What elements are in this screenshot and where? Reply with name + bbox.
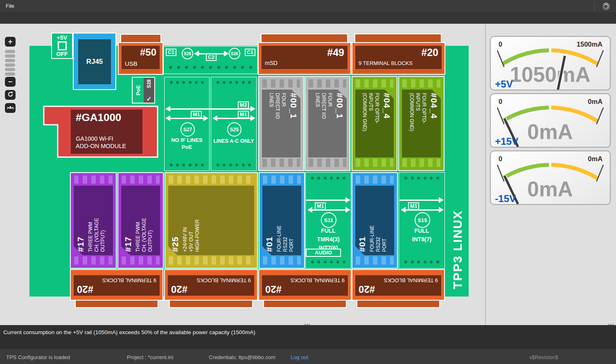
slot-note-line1: LINES A-C ONLY bbox=[211, 138, 256, 144]
slot-s25[interactable]: S25 LINES A-C ONLY bbox=[211, 77, 257, 171]
pin-holes bbox=[217, 81, 251, 84]
power-switch-5v[interactable]: +5V OFF bbox=[51, 33, 73, 59]
zoom-level-step-4[interactable] bbox=[5, 63, 15, 67]
terminal-bottom-tab bbox=[357, 300, 440, 308]
connector-teeth bbox=[402, 79, 440, 88]
module-terminal-blocks-bottom-2[interactable]: #20 9 TERMINAL BLOCKS bbox=[164, 269, 258, 301]
meter-rail-label: +15V bbox=[495, 136, 518, 147]
pin-holes bbox=[311, 260, 345, 263]
slot-s11[interactable]: S11 FULL TMR4(3) INT7(6) AUDIO bbox=[305, 172, 351, 269]
module-usb-50[interactable]: #50 USB bbox=[118, 42, 163, 75]
zoom-level-step-2[interactable] bbox=[5, 54, 15, 58]
module-terminal-chip: #20 9 TERMINAL BLOCKS bbox=[168, 275, 254, 296]
message-panel bbox=[0, 325, 616, 349]
s28-jumper: S28 bbox=[182, 48, 193, 59]
bus-region-c1c2[interactable]: C1 S28 S26 C1 C2 bbox=[163, 46, 258, 74]
module-label: 9 TERMINAL BLOCKS bbox=[359, 60, 413, 66]
zoom-level-step-3[interactable] bbox=[5, 59, 15, 62]
s11-jumper: S11 bbox=[321, 212, 336, 228]
meter-min-label: 0 bbox=[499, 155, 502, 162]
busy-spinner-icon bbox=[601, 2, 611, 11]
meter-rail-label: +5V bbox=[495, 79, 513, 90]
module-chip: #17 THREE PWMCH. (VOLTAGEOUTPUT) bbox=[74, 186, 113, 255]
s26-jumper: S26 bbox=[229, 48, 240, 59]
poe-switch[interactable]: PoE S28 ✓ bbox=[132, 77, 155, 103]
preview-button[interactable] bbox=[5, 103, 16, 113]
rj45-connector[interactable]: RJ45 bbox=[73, 33, 116, 90]
poe-switch-left: PoE bbox=[133, 78, 144, 103]
module-terminal-blocks-top[interactable]: #20 9 TERMINAL BLOCKS bbox=[352, 42, 445, 75]
module-terminal-chip: #20 9 TERMINAL BLOCKS bbox=[355, 46, 442, 69]
zoom-out-button[interactable]: − bbox=[5, 77, 16, 87]
connector-teeth bbox=[402, 159, 440, 167]
logout-link[interactable]: Log out bbox=[291, 354, 308, 360]
meter-max-label: 1500mA bbox=[577, 40, 602, 48]
c1-left-label: C1 bbox=[166, 49, 176, 56]
connector-teeth bbox=[262, 79, 300, 88]
module-io-2[interactable]: #00_1 FOURDIRECT I/OLINES bbox=[305, 76, 350, 171]
module-pwm-1[interactable]: #17 THREE PWMCH. (VOLTAGEOUTPUT) bbox=[70, 172, 117, 269]
file-menu[interactable]: File bbox=[2, 0, 18, 12]
module-terminal-strip bbox=[354, 70, 442, 73]
module-power-25[interactable]: #25 +24/48V IN+5V OUTHIGH-POWER bbox=[165, 172, 258, 269]
module-msd-49[interactable]: #49 mSD bbox=[258, 42, 351, 75]
module-rs232-2[interactable]: #01 FOUR-LINERS232PORT bbox=[352, 172, 398, 269]
connector-teeth bbox=[309, 159, 346, 167]
module-opto-1[interactable]: #04_4 FOUR OPTO-INPUTS(COMMON GND) bbox=[352, 76, 397, 171]
meter-value: 0mA bbox=[527, 177, 573, 201]
module-terminal-chip: #20 9 TERMINAL BLOCKS bbox=[74, 275, 160, 296]
power-switch-rail-label: +5V bbox=[57, 34, 67, 41]
module-usb-strip bbox=[121, 70, 160, 73]
module-terminal-blocks-bottom-1[interactable]: #20 9 TERMINAL BLOCKS bbox=[70, 269, 163, 301]
slot-note-line2: INT8(7) bbox=[399, 236, 445, 243]
ga1000-desc-line1: GA1000 Wi-FI bbox=[76, 135, 126, 142]
warning-message: Current consumption on the +5V rail (105… bbox=[3, 329, 255, 335]
zoom-level-step-6[interactable] bbox=[5, 72, 15, 76]
slot-s27[interactable]: S27 NO IF LINES PoE bbox=[164, 77, 210, 171]
module-terminal-blocks-bottom-3[interactable]: #20 9 TERMINAL BLOCKS bbox=[258, 269, 352, 301]
s25-jumper: S25 bbox=[227, 122, 241, 137]
power-switch-checkbox[interactable] bbox=[58, 41, 67, 50]
slot-note-line2: TMR4(3) bbox=[306, 236, 351, 243]
m1-label-s11: M1 bbox=[315, 202, 326, 210]
terminal-bottom-tab bbox=[75, 300, 158, 308]
panel-corner-handle[interactable] bbox=[608, 324, 609, 325]
project-name: Project : *current.ini bbox=[127, 354, 173, 360]
terminal-top-tab bbox=[354, 34, 442, 43]
c2-label: C2 bbox=[206, 54, 217, 61]
ga1000-desc-line2: ADD-ON MODULE bbox=[76, 142, 126, 150]
module-io-1[interactable]: #00_1 FOURDIRECT I/OLINES bbox=[258, 76, 304, 171]
meter-max-label: 0mA bbox=[588, 155, 602, 162]
connector-teeth bbox=[122, 175, 160, 184]
poe-switch-right: S28 ✓ bbox=[144, 78, 155, 103]
connector-teeth bbox=[74, 175, 113, 184]
zoom-in-button[interactable]: + bbox=[5, 37, 16, 47]
module-id: #20 bbox=[421, 47, 438, 58]
zoom-level-step-1[interactable] bbox=[5, 50, 15, 53]
connector-teeth bbox=[356, 256, 394, 265]
c1-right-label: C1 bbox=[245, 49, 255, 56]
slot-note-line1: FULL bbox=[306, 227, 351, 234]
poe-label: PoE bbox=[135, 85, 141, 95]
rotate-button[interactable] bbox=[5, 90, 16, 100]
eye-icon bbox=[7, 104, 14, 112]
module-msd-strip bbox=[261, 70, 348, 73]
zoom-level-step-5[interactable] bbox=[5, 68, 15, 71]
connector-teeth bbox=[356, 159, 393, 167]
ga1000-chip: #GA1000 GA1000 Wi-FI ADD-ON MODULE bbox=[71, 110, 142, 154]
connector-teeth bbox=[356, 79, 393, 88]
connector-teeth bbox=[169, 175, 254, 184]
slot-note-line1: NO IF LINES bbox=[165, 137, 209, 143]
meter-min-label: 0 bbox=[499, 40, 502, 48]
module-rs232-1[interactable]: #01 FOUR-LINERS232PORT bbox=[259, 172, 305, 269]
slot-s15[interactable]: S15 FULL INT8(7) bbox=[399, 172, 445, 269]
rotate-icon bbox=[7, 91, 14, 99]
module-pwm-2[interactable]: #17 THREE PWMCH. (VOLTAGEOUTPUT) bbox=[117, 172, 164, 269]
module-opto-2[interactable]: #04_4 FOUR OPTO-INPUTS(COMMON GND) bbox=[398, 76, 445, 171]
status-text: TPS Configurator is loaded bbox=[6, 354, 70, 360]
module-terminal-blocks-bottom-4[interactable]: #20 9 TERMINAL BLOCKS bbox=[352, 269, 445, 301]
s28-label: S28 bbox=[146, 79, 152, 88]
panel-resize-handle[interactable] bbox=[305, 324, 306, 325]
pin-holes bbox=[169, 65, 252, 69]
module-id: #50 bbox=[140, 47, 156, 58]
